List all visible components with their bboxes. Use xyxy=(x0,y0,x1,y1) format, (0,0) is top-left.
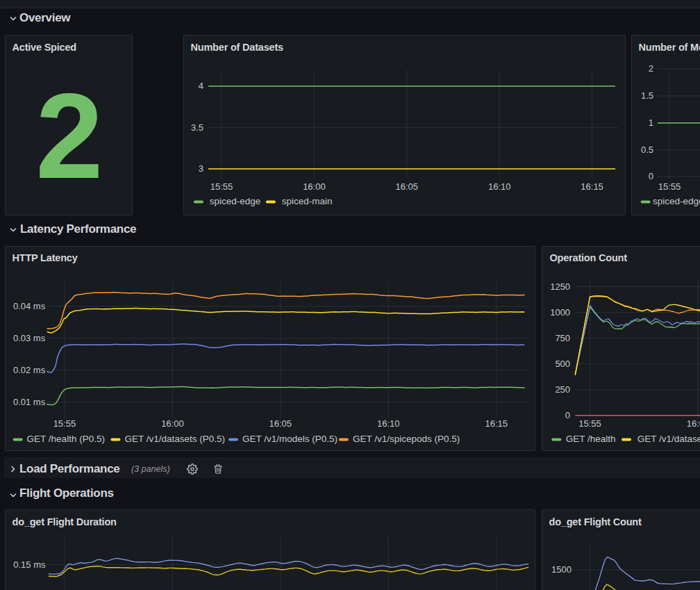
svg-text:2: 2 xyxy=(35,68,103,204)
svg-text:0.15 ms: 0.15 ms xyxy=(13,559,46,570)
svg-text:do_get Flight Duration: do_get Flight Duration xyxy=(12,516,117,527)
svg-text:Operation Count: Operation Count xyxy=(550,252,628,263)
svg-text:16:10: 16:10 xyxy=(488,181,511,192)
svg-text:15:55: 15:55 xyxy=(53,418,76,429)
svg-text:Active Spiced: Active Spiced xyxy=(12,42,77,53)
svg-text:15:55: 15:55 xyxy=(578,418,601,429)
svg-text:1000: 1000 xyxy=(550,307,570,318)
svg-text:3: 3 xyxy=(199,163,203,174)
svg-text:250: 250 xyxy=(555,384,570,395)
svg-text:GET /v1/models (P0.5): GET /v1/models (P0.5) xyxy=(242,434,338,444)
svg-text:GET /health (P0.5): GET /health (P0.5) xyxy=(27,434,105,444)
svg-text:HTTP Latency: HTTP Latency xyxy=(12,252,78,263)
svg-text:GET /v1/spicepods (P0.5): GET /v1/spicepods (P0.5) xyxy=(353,434,460,444)
svg-text:1250: 1250 xyxy=(550,281,570,292)
svg-text:GET /health: GET /health xyxy=(566,434,616,444)
svg-text:16:15: 16:15 xyxy=(485,418,508,429)
svg-text:0.5: 0.5 xyxy=(641,145,653,155)
svg-text:3.5: 3.5 xyxy=(191,122,203,133)
svg-text:0.01 ms: 0.01 ms xyxy=(13,397,46,407)
svg-text:15:55: 15:55 xyxy=(210,181,233,192)
svg-text:0: 0 xyxy=(649,171,653,181)
svg-text:1.5: 1.5 xyxy=(641,90,653,101)
svg-text:16:05: 16:05 xyxy=(396,181,419,192)
svg-text:4: 4 xyxy=(199,81,203,91)
svg-text:16:15: 16:15 xyxy=(581,181,603,192)
svg-text:1: 1 xyxy=(649,117,653,128)
svg-text:spiced-main: spiced-main xyxy=(282,196,333,206)
svg-text:16:10: 16:10 xyxy=(377,418,400,429)
svg-text:2: 2 xyxy=(649,63,653,74)
svg-text:Number of Datasets: Number of Datasets xyxy=(191,42,284,53)
svg-text:16:00: 16:00 xyxy=(687,418,700,429)
svg-text:0: 0 xyxy=(565,410,570,420)
svg-text:spiced-edge: spiced-edge xyxy=(210,196,261,206)
svg-text:16:05: 16:05 xyxy=(269,418,292,429)
svg-text:750: 750 xyxy=(555,333,570,343)
svg-text:0.04 ms: 0.04 ms xyxy=(13,301,46,311)
svg-text:Number of Models: Number of Models xyxy=(639,42,700,53)
svg-text:16:00: 16:00 xyxy=(303,181,326,192)
svg-text:do_get Flight Count: do_get Flight Count xyxy=(549,516,642,527)
svg-text:GET /v1/datasets: GET /v1/datasets xyxy=(638,434,700,444)
svg-text:500: 500 xyxy=(555,359,570,369)
svg-text:15:55: 15:55 xyxy=(658,181,681,192)
svg-text:0.03 ms: 0.03 ms xyxy=(13,333,46,343)
svg-text:1500: 1500 xyxy=(551,564,572,575)
svg-text:GET /v1/datasets (P0.5): GET /v1/datasets (P0.5) xyxy=(124,434,225,444)
svg-text:spiced-edge: spiced-edge xyxy=(653,196,700,206)
svg-text:16:00: 16:00 xyxy=(161,418,184,429)
svg-text:0.02 ms: 0.02 ms xyxy=(13,365,46,375)
